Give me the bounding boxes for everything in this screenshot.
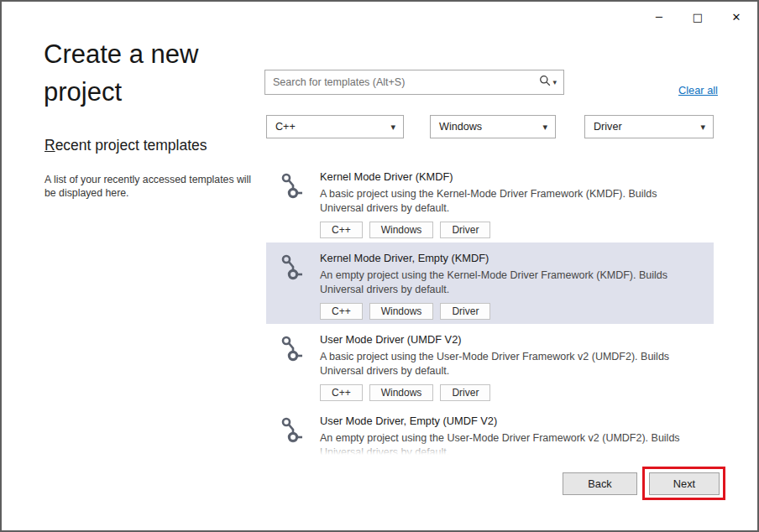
template-tag-type[interactable]: Driver (440, 222, 490, 238)
close-icon: ✕ (732, 12, 741, 23)
language-filter-dropdown[interactable]: C++ ▾ (266, 115, 404, 138)
project-type-filter-dropdown[interactable]: Driver ▾ (584, 115, 714, 138)
chevron-down-icon: ▾ (542, 122, 547, 133)
search-input[interactable] (265, 76, 539, 88)
template-item-kernel-mode-driver-empty[interactable]: Kernel Mode Driver, Empty (KMDF) An empt… (266, 243, 714, 324)
template-search-box: ▾ (264, 70, 564, 95)
driver-template-icon (278, 334, 306, 362)
template-tags: C++ Windows Driver (320, 384, 702, 401)
create-new-project-dialog: ─ □ ✕ Create a new project Recent projec… (0, 0, 759, 532)
chevron-down-icon: ▾ (552, 78, 557, 86)
template-tag-language[interactable]: C++ (320, 303, 363, 320)
recent-templates-heading: Recent project templates (44, 137, 207, 154)
template-title: Kernel Mode Driver, Empty (KMDF) (320, 252, 702, 264)
template-tags: C++ Windows Driver (320, 222, 702, 238)
template-tag-language[interactable]: C++ (320, 384, 363, 401)
template-description: A basic project using the User-Mode Driv… (320, 350, 702, 378)
template-description: An empty project using the Kernel-Mode D… (320, 269, 702, 296)
language-filter-value: C++ (275, 121, 296, 133)
chevron-down-icon: ▾ (700, 122, 705, 133)
chevron-down-icon: ▾ (390, 122, 395, 133)
driver-template-icon (278, 415, 306, 444)
page-title: Create a new project (44, 35, 279, 111)
minimize-icon: ─ (656, 12, 662, 23)
template-list: Kernel Mode Driver (KMDF) A basic projec… (266, 161, 714, 456)
maximize-icon: □ (693, 12, 703, 23)
template-description: An empty project using the User-Mode Dri… (320, 431, 702, 456)
template-tag-platform[interactable]: Windows (369, 384, 434, 401)
minimize-button[interactable]: ─ (640, 2, 678, 32)
search-icon (539, 75, 551, 90)
platform-filter-value: Windows (439, 121, 482, 133)
platform-filter-dropdown[interactable]: Windows ▾ (430, 115, 556, 138)
maximize-button[interactable]: □ (678, 2, 717, 32)
search-options-button[interactable]: ▾ (539, 75, 563, 90)
template-item-user-mode-driver-empty[interactable]: User Mode Driver, Empty (UMDF V2) An emp… (266, 405, 714, 456)
template-tags: C++ Windows Driver (320, 303, 702, 320)
clear-all-link[interactable]: Clear all (678, 84, 718, 96)
window-controls: ─ □ ✕ (640, 2, 756, 32)
template-tag-platform[interactable]: Windows (369, 303, 434, 320)
template-description: A basic project using the Kernel-Mode Dr… (320, 187, 702, 215)
template-tag-language[interactable]: C++ (320, 222, 363, 238)
template-item-kernel-mode-driver[interactable]: Kernel Mode Driver (KMDF) A basic projec… (266, 161, 714, 243)
driver-template-icon (278, 253, 306, 281)
next-button[interactable]: Next (649, 472, 720, 495)
back-button[interactable]: Back (563, 472, 637, 495)
driver-template-icon (278, 171, 306, 200)
close-button[interactable]: ✕ (717, 2, 756, 32)
recent-templates-description: A list of your recently accessed templat… (44, 173, 256, 200)
template-title: Kernel Mode Driver (KMDF) (320, 170, 702, 183)
template-tag-type[interactable]: Driver (440, 384, 490, 401)
template-tag-type[interactable]: Driver (440, 303, 490, 320)
template-title: User Mode Driver, Empty (UMDF V2) (320, 415, 702, 427)
project-type-filter-value: Driver (594, 121, 622, 133)
template-title: User Mode Driver (UMDF V2) (320, 333, 702, 346)
template-item-user-mode-driver[interactable]: User Mode Driver (UMDF V2) A basic proje… (266, 324, 714, 405)
template-tag-platform[interactable]: Windows (369, 222, 434, 238)
